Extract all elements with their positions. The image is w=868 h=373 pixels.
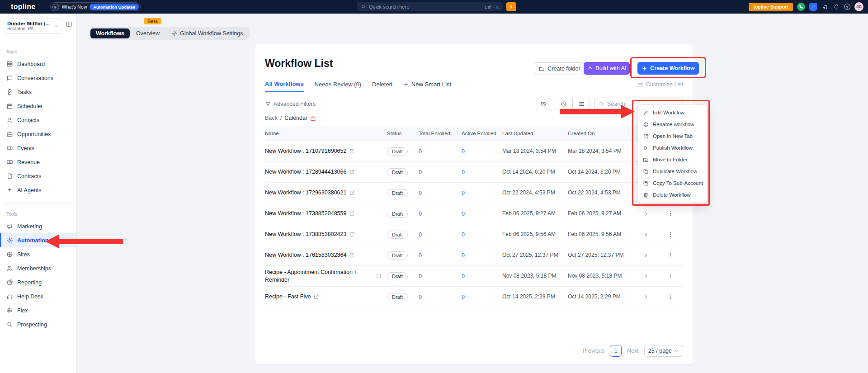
active-enrolled-link[interactable]: 0: [462, 169, 502, 175]
row-actions-button[interactable]: [665, 271, 676, 281]
sidebar-item-contracts[interactable]: Contracts: [0, 169, 76, 183]
workflow-name[interactable]: New Workflow : 1738852048559: [265, 210, 346, 217]
global-search-input[interactable]: [369, 4, 482, 9]
tab-all-workflows[interactable]: All Workflows: [265, 80, 304, 92]
total-enrolled-link[interactable]: 0: [419, 190, 462, 196]
history-button[interactable]: [537, 98, 550, 110]
sidebar-item-revenue[interactable]: Revenue: [0, 155, 76, 169]
global-search[interactable]: Ctrl + K: [357, 2, 503, 11]
sidebar-item-tasks[interactable]: Tasks: [0, 85, 76, 99]
total-enrolled-link[interactable]: 0: [419, 148, 462, 155]
active-enrolled-link[interactable]: 0: [462, 252, 502, 259]
table-row[interactable]: New Workflow : 1738853802423Draft00Feb 0…: [265, 224, 683, 245]
tab-needs-review-0[interactable]: Needs Review (0): [315, 81, 361, 92]
table-row[interactable]: Recipe - Appointment Confirmation + Remi…: [265, 266, 683, 287]
tab-deleted[interactable]: Deleted: [372, 81, 392, 92]
workflow-name[interactable]: New Workflow : 1710791690652: [265, 147, 346, 155]
menu-item-edit-workflow[interactable]: Edit Workflow: [638, 107, 707, 118]
page-size-select[interactable]: 25 / page: [644, 345, 683, 357]
row-expand-button[interactable]: [641, 271, 651, 281]
tab-global-workflow-settings[interactable]: Global Workflow Settings: [166, 28, 248, 38]
sidebar-item-ai-agents[interactable]: AI Agents: [0, 183, 76, 197]
advanced-filters-button[interactable]: Advanced Filters: [265, 101, 316, 107]
table-row[interactable]: New Workflow : 1729630380621Draft00Oct 2…: [265, 183, 683, 203]
new-smart-list-button[interactable]: New Smart List: [403, 81, 451, 92]
sidebar-item-sites[interactable]: Sites: [0, 247, 76, 261]
page-number[interactable]: 1: [610, 345, 622, 357]
menu-item-publish-workflow[interactable]: Publish Workflow: [638, 142, 707, 154]
sidebar-item-contacts[interactable]: Contacts: [0, 113, 76, 127]
create-folder-button[interactable]: Create folder: [535, 62, 585, 75]
create-workflow-button[interactable]: Create Workflow: [637, 62, 699, 75]
list-view-button[interactable]: [572, 98, 590, 110]
total-enrolled-link[interactable]: 0: [419, 169, 462, 175]
account-switcher[interactable]: Dunder Mifflin [... Scranton, PA: [4, 18, 62, 34]
help-button[interactable]: ?: [844, 4, 850, 10]
active-enrolled-link[interactable]: 0: [462, 231, 502, 238]
customize-list-button[interactable]: Customize List: [637, 81, 683, 92]
sidebar-item-prospecting[interactable]: Prospecting: [0, 317, 76, 331]
menu-item-copy-to-sub-account[interactable]: Copy To Sub-Account: [638, 177, 707, 189]
sidebar-item-help-desk[interactable]: Help Desk: [0, 289, 76, 303]
active-enrolled-link[interactable]: 0: [462, 273, 502, 279]
active-enrolled-link[interactable]: 0: [462, 294, 502, 300]
design-button[interactable]: [809, 3, 817, 11]
row-actions-button[interactable]: [665, 208, 676, 219]
breadcrumb-back[interactable]: Back: [265, 115, 278, 121]
tab-overview[interactable]: Overview: [131, 28, 165, 38]
collapse-sidebar-icon[interactable]: [66, 21, 72, 28]
active-enrolled-link[interactable]: 0: [462, 148, 502, 155]
table-row[interactable]: New Workflow : 1761583032364Draft00Oct 2…: [265, 245, 683, 266]
sidebar-item-flex[interactable]: Flex: [0, 303, 76, 317]
sidebar-item-conversations[interactable]: Conversations: [0, 71, 76, 85]
workflow-name[interactable]: New Workflow : 1729630380621: [265, 189, 346, 196]
total-enrolled-link[interactable]: 0: [419, 211, 462, 217]
row-expand-button[interactable]: [641, 230, 651, 240]
sidebar-item-events[interactable]: Events: [0, 141, 76, 155]
breadcrumb-current[interactable]: Calendar: [284, 115, 307, 121]
support-button[interactable]: topline Support: [749, 3, 793, 11]
app-logo[interactable]: topline: [11, 3, 36, 11]
row-expand-button[interactable]: [641, 292, 651, 302]
tab-workflows[interactable]: Workflows: [90, 28, 130, 38]
avatar[interactable]: JC: [854, 2, 863, 11]
sidebar-item-reporting[interactable]: Reporting: [0, 275, 76, 289]
whats-new-pill[interactable]: What's New Automation Updates: [50, 2, 141, 11]
quick-actions-button[interactable]: [506, 2, 516, 11]
sidebar-item-automation[interactable]: Automation: [0, 233, 76, 247]
row-actions-button[interactable]: [665, 292, 676, 302]
row-expand-button[interactable]: [641, 250, 651, 260]
active-enrolled-link[interactable]: 0: [462, 190, 502, 196]
workflow-name[interactable]: New Workflow : 1761583032364: [265, 251, 346, 259]
menu-item-move-to-folder[interactable]: Move to Folder: [638, 154, 707, 165]
row-expand-button[interactable]: [641, 209, 651, 219]
workflow-name[interactable]: Recipe - Appointment Confirmation + Remi…: [265, 269, 373, 283]
menu-item-rename-workflow[interactable]: Rename workflow: [638, 118, 707, 130]
recent-view-button[interactable]: [555, 98, 572, 110]
sidebar-item-dashboard[interactable]: Dashboard: [0, 57, 76, 71]
menu-item-open-in-new-tab[interactable]: Open in New Tab: [638, 130, 707, 142]
table-row[interactable]: New Workflow : 1710791690652Draft00Mar 1…: [265, 141, 683, 162]
table-row[interactable]: Recipe - Fast FiveDraft00Oct 14 2025, 2:…: [265, 287, 683, 307]
menu-item-duplicate-workflow[interactable]: Duplicate Workflow: [638, 165, 707, 177]
row-actions-button[interactable]: [665, 250, 676, 260]
total-enrolled-link[interactable]: 0: [419, 294, 462, 300]
sidebar-item-memberships[interactable]: Memberships: [0, 261, 76, 275]
notifications-button[interactable]: [833, 3, 840, 10]
total-enrolled-link[interactable]: 0: [419, 252, 462, 259]
total-enrolled-link[interactable]: 0: [419, 273, 462, 279]
build-with-ai-button[interactable]: Build with AI: [584, 62, 630, 75]
next-page-button[interactable]: Next: [627, 348, 639, 354]
active-enrolled-link[interactable]: 0: [462, 211, 502, 217]
sidebar-item-marketing[interactable]: Marketing: [0, 219, 76, 233]
workflow-name[interactable]: Recipe - Fast Five: [265, 293, 311, 300]
previous-page-button[interactable]: Previous: [583, 348, 605, 354]
sidebar-item-opportunities[interactable]: Opportunities: [0, 127, 76, 141]
total-enrolled-link[interactable]: 0: [419, 231, 462, 238]
sidebar-item-scheduler[interactable]: Scheduler: [0, 99, 76, 113]
menu-item-delete-workflow[interactable]: Delete Workflow: [638, 189, 707, 201]
table-row[interactable]: New Workflow : 1738852048559Draft00Feb 0…: [265, 203, 683, 224]
row-actions-button[interactable]: [665, 229, 676, 240]
workflow-name[interactable]: New Workflow : 1728944413066: [265, 168, 346, 175]
announcements-button[interactable]: [821, 3, 829, 10]
